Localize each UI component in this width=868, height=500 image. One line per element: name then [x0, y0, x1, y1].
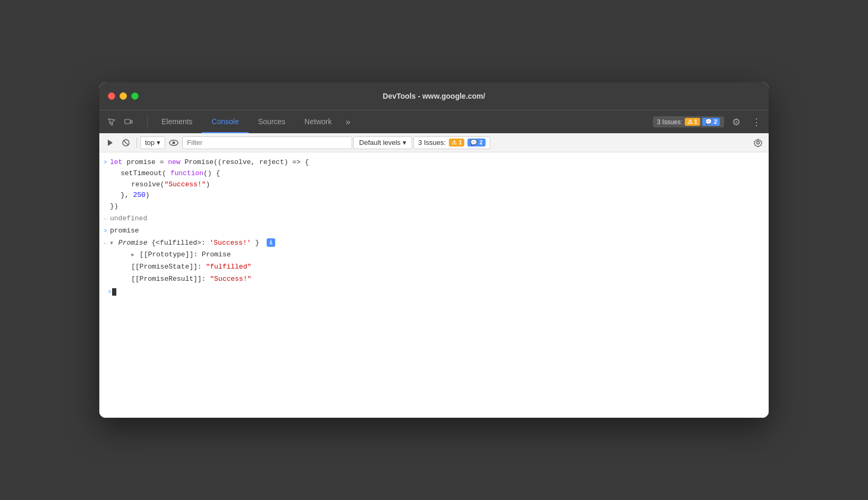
- expand-arrow[interactable]: ▼: [110, 239, 113, 248]
- prototype-line: ► [[Prototype]]: Promise: [99, 249, 769, 261]
- warn-counter-badge: ⚠ 1: [449, 139, 464, 146]
- more-icon: ⋮: [752, 116, 761, 128]
- svg-marker-2: [108, 140, 113, 146]
- close-button[interactable]: [108, 92, 115, 100]
- entry-arrow-2: >: [99, 226, 108, 236]
- run-button[interactable]: [103, 135, 117, 150]
- result-arrow-1: ←: [99, 213, 108, 224]
- svg-rect-0: [125, 119, 130, 124]
- toolbar-divider-1: [137, 137, 137, 148]
- entry-content-1: let promise = new Promise((resolve, reje…: [108, 157, 769, 212]
- inspect-element-icon[interactable]: [104, 114, 120, 130]
- console-result-1: ← undefined: [99, 213, 769, 225]
- warn-icon: ⚠: [687, 118, 693, 125]
- gear-icon: ⚙: [732, 116, 741, 128]
- titlebar: DevTools - www.google.com/: [99, 82, 769, 110]
- input-prompt: >: [104, 287, 112, 297]
- state-spacer: [99, 262, 108, 263]
- more-button[interactable]: ⋮: [748, 114, 764, 130]
- tab-overflow-button[interactable]: »: [341, 110, 354, 133]
- settings-button[interactable]: ⚙: [728, 114, 744, 130]
- traffic-lights: [108, 92, 139, 100]
- block-button[interactable]: [118, 135, 133, 150]
- window-title: DevTools - www.google.com/: [383, 92, 486, 100]
- tab-sources[interactable]: Sources: [249, 110, 295, 133]
- prototype-arrow-spacer: [99, 249, 108, 251]
- device-toggle-icon[interactable]: [121, 114, 137, 130]
- maximize-button[interactable]: [131, 92, 139, 100]
- chat-icon: 💬: [705, 118, 712, 125]
- tab-icon-group: [104, 114, 137, 130]
- svg-point-7: [757, 141, 760, 144]
- context-selector[interactable]: top ▾: [140, 136, 165, 149]
- svg-rect-1: [131, 120, 132, 123]
- minimize-button[interactable]: [120, 92, 127, 100]
- console-input-line[interactable]: >: [99, 286, 769, 298]
- svg-point-6: [173, 141, 175, 144]
- issues-button[interactable]: 3 Issues: ⚠ 1 💬 2: [653, 116, 724, 127]
- result-content-1: undefined: [108, 213, 769, 225]
- prototype-expand[interactable]: ►: [131, 251, 134, 260]
- svg-line-4: [124, 140, 129, 145]
- tabbar-right: 3 Issues: ⚠ 1 💬 2 ⚙ ⋮: [653, 114, 764, 130]
- promise-state-line: [[PromiseState]]: "fulfilled": [99, 261, 769, 273]
- console-entry-1: > let promise = new Promise((resolve, re…: [99, 157, 769, 213]
- prototype-content: ► [[Prototype]]: Promise: [129, 249, 769, 261]
- tabs: Elements Console Sources Network »: [152, 110, 354, 133]
- console-settings-button[interactable]: [751, 135, 765, 150]
- promise-result-line: [[PromiseResult]]: "Success!": [99, 273, 769, 286]
- console-output: > let promise = new Promise((resolve, re…: [99, 152, 769, 418]
- info-counter-badge: 💬 2: [467, 139, 485, 146]
- cursor: [112, 288, 116, 296]
- warn-badge: ⚠ 1: [685, 118, 700, 126]
- devtools-window: DevTools - www.google.com/ Elements: [99, 82, 769, 418]
- filter-input[interactable]: [182, 136, 352, 149]
- tab-network[interactable]: Network: [295, 110, 341, 133]
- console-toolbar: top ▾ Default levels ▾ 3 Issues: ⚠ 1 💬 2: [99, 133, 769, 152]
- info-badge: 💬 2: [702, 118, 720, 126]
- result-arrow-2: ←: [99, 238, 108, 248]
- entry-arrow-1: >: [99, 157, 108, 168]
- state-content: [[PromiseState]]: "fulfilled": [129, 262, 769, 273]
- result-content: [[PromiseResult]]: "Success!": [129, 274, 769, 285]
- entry-content-2: promise: [108, 226, 769, 237]
- eye-button[interactable]: [166, 135, 181, 150]
- code-let: let: [110, 158, 122, 166]
- dropdown-arrow: ▾: [157, 139, 160, 146]
- tab-elements[interactable]: Elements: [152, 110, 202, 133]
- levels-arrow: ▾: [403, 139, 406, 146]
- tab-console[interactable]: Console: [202, 110, 248, 133]
- issues-label: 3 Issues:: [657, 118, 683, 126]
- tab-divider: [147, 116, 148, 128]
- promise-result-content: ▼ Promise {<fulfilled>: 'Success!' } i: [108, 238, 769, 249]
- tabbar: Elements Console Sources Network » 3 Iss…: [99, 110, 769, 133]
- console-result-2: ← ▼ Promise {<fulfilled>: 'Success!' } i: [99, 237, 769, 249]
- result-spacer: [99, 274, 108, 275]
- issues-counter[interactable]: 3 Issues: ⚠ 1 💬 2: [413, 136, 490, 149]
- issues-text: 3 Issues:: [418, 139, 446, 146]
- promise-info-icon[interactable]: i: [267, 238, 275, 247]
- levels-selector[interactable]: Default levels ▾: [353, 136, 412, 149]
- console-entry-2: > promise: [99, 225, 769, 237]
